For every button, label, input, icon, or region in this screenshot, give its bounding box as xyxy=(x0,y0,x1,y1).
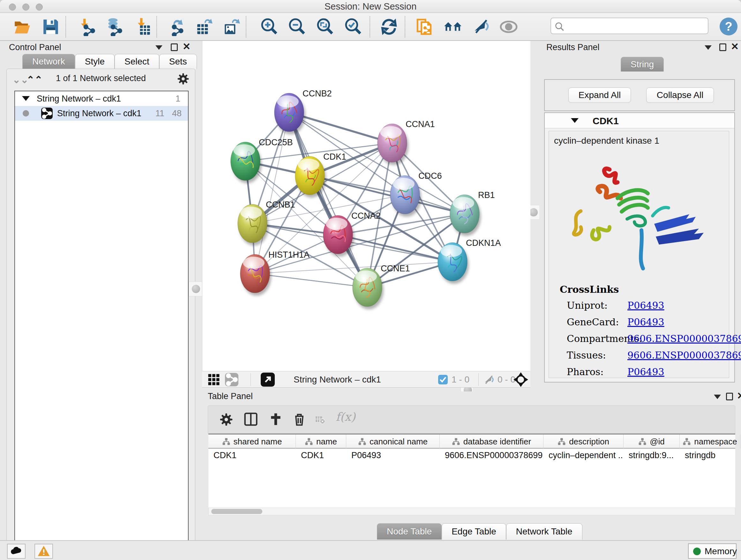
crosslink-link[interactable]: P06493 xyxy=(627,316,664,327)
zoom-out-icon[interactable] xyxy=(287,17,306,36)
panel-close-icon[interactable]: ✕ xyxy=(183,43,191,51)
panel-float-icon[interactable] xyxy=(726,393,733,400)
export-network-icon[interactable] xyxy=(168,17,187,36)
panel-menu-icon[interactable] xyxy=(155,45,162,50)
hide-selected-icon[interactable] xyxy=(471,17,490,36)
network-badge-icon[interactable] xyxy=(225,373,239,386)
table-horizontal-scrollbar[interactable] xyxy=(208,508,735,515)
birdseye-view-icon[interactable] xyxy=(261,373,275,387)
left-splitter-handle[interactable] xyxy=(189,282,203,296)
tab-network-table[interactable]: Network Table xyxy=(506,523,583,540)
network-node-CCNA1[interactable]: CCNA1 xyxy=(378,119,435,165)
pan-crosshair-icon[interactable] xyxy=(514,372,528,387)
main-toolbar: ? xyxy=(0,13,741,41)
crosslink-link[interactable]: 9606.ENSP00000378699 xyxy=(627,333,741,344)
network-view-toolbar: String Network – cdk1 1 - 0 0 - 0 xyxy=(202,371,530,388)
column-header-shared-name[interactable]: shared name xyxy=(208,435,296,449)
network-node-CDK1[interactable]: CDK1 xyxy=(295,152,346,198)
network-node-CCNB1[interactable]: CCNB1 xyxy=(238,200,295,246)
network-options-gear-icon[interactable] xyxy=(177,73,189,85)
network-canvas[interactable]: CCNB2CCNA1CDC25BCDK1CDC6RB1CCNB1CCNA2CDK… xyxy=(202,41,530,371)
panel-float-icon[interactable] xyxy=(719,44,726,51)
refresh-icon[interactable] xyxy=(380,17,398,36)
network-node-CDC6[interactable]: CDC6 xyxy=(390,171,442,217)
crosslink-link[interactable]: P06493 xyxy=(627,300,664,311)
collapse-all-button[interactable]: Collapse All xyxy=(646,87,714,103)
zoom-fit-icon[interactable] xyxy=(316,17,334,36)
network-node-CCNB2[interactable]: CCNB2 xyxy=(274,89,332,134)
export-image-icon[interactable] xyxy=(223,17,241,36)
hidden-eye-icon[interactable] xyxy=(483,374,494,386)
collection-count: 1 xyxy=(176,94,180,104)
table-cell[interactable]: 9606.ENSP00000378699 xyxy=(440,449,543,462)
table-cell[interactable]: stringdb xyxy=(680,449,740,462)
tab-string[interactable]: String xyxy=(621,57,664,71)
memory-button[interactable]: Memory xyxy=(688,543,737,559)
zoom-in-icon[interactable] xyxy=(260,17,278,36)
table-cell[interactable]: CDK1 xyxy=(296,449,346,462)
tab-node-table[interactable]: Node Table xyxy=(377,523,442,540)
help-button[interactable]: ? xyxy=(720,17,738,36)
selected-nodes-checkbox[interactable] xyxy=(438,375,448,384)
network-node-HIST1H1A[interactable]: HIST1H1A xyxy=(240,250,310,296)
panel-menu-icon[interactable] xyxy=(714,395,721,399)
column-header-name[interactable]: name xyxy=(296,435,346,449)
show-columns-icon[interactable] xyxy=(244,412,258,426)
search-input[interactable] xyxy=(566,19,704,32)
gene-collapse-icon[interactable] xyxy=(571,118,579,123)
delete-column-icon[interactable] xyxy=(292,412,307,426)
import-network-from-file-icon[interactable] xyxy=(77,17,96,36)
home-gallery-icon[interactable] xyxy=(444,17,462,36)
import-table-from-file-icon[interactable] xyxy=(133,17,152,36)
table-cell[interactable]: P06493 xyxy=(346,449,440,462)
network-node-RB1[interactable]: RB1 xyxy=(450,190,495,236)
scrollbar-thumb[interactable] xyxy=(211,509,262,514)
table-cell[interactable]: CDK1 xyxy=(208,449,296,462)
column-header-description[interactable]: description xyxy=(543,435,623,449)
tab-select[interactable]: Select xyxy=(115,54,159,69)
collection-expand-icon[interactable] xyxy=(22,96,30,101)
network-edge[interactable] xyxy=(255,273,367,287)
network-node-CCNA2[interactable]: CCNA2 xyxy=(323,211,381,257)
cloud-status-button[interactable] xyxy=(7,544,25,559)
network-row[interactable]: String Network – cdk1 11 48 xyxy=(15,106,188,121)
zoom-selected-icon[interactable] xyxy=(344,17,362,36)
column-header-canonical-name[interactable]: canonical name xyxy=(346,435,440,449)
panel-close-icon[interactable]: ✕ xyxy=(737,392,741,400)
network-node-CCNE1[interactable]: CCNE1 xyxy=(353,264,410,309)
network-collection-row[interactable]: String Network – cdk1 1 xyxy=(15,91,188,106)
crosslink-link[interactable]: P06493 xyxy=(627,366,664,377)
crosslink-link[interactable]: 9606.ENSP00000378699 xyxy=(627,350,741,361)
open-session-icon[interactable] xyxy=(13,17,31,36)
table-cell[interactable]: cyclin–dependent ... xyxy=(543,449,623,462)
column-header--id[interactable]: @id xyxy=(623,435,680,449)
network-node-CDC25B[interactable]: CDC25B xyxy=(231,138,293,183)
column-header-namespace[interactable]: namespace xyxy=(680,435,740,449)
grid-view-icon[interactable] xyxy=(208,374,220,386)
create-column-icon[interactable] xyxy=(269,412,283,426)
network-edge[interactable] xyxy=(289,112,367,287)
table-options-gear-icon[interactable] xyxy=(219,413,233,426)
column-header-database-identifier[interactable]: database identifier xyxy=(440,435,543,449)
network-node-CDKN1A[interactable]: CDKN1A xyxy=(438,238,501,284)
cloud-icon xyxy=(8,544,25,558)
expand-all-button[interactable]: Expand All xyxy=(568,87,631,103)
save-session-icon[interactable] xyxy=(42,17,60,36)
network-edge[interactable] xyxy=(255,112,289,273)
export-table-icon[interactable] xyxy=(195,17,214,36)
warning-status-button[interactable] xyxy=(35,544,53,559)
table-cell[interactable]: stringdb:9... xyxy=(623,449,680,462)
show-all-icon[interactable] xyxy=(499,17,518,36)
panel-menu-icon[interactable] xyxy=(704,45,712,50)
annotation-icon[interactable] xyxy=(415,17,434,36)
tab-style[interactable]: Style xyxy=(75,54,115,69)
gene-section-header[interactable]: CDK1 xyxy=(545,113,734,128)
tab-network[interactable]: Network xyxy=(22,54,75,69)
network-edge[interactable] xyxy=(338,235,453,262)
import-network-from-database-icon[interactable] xyxy=(105,17,123,36)
tab-sets[interactable]: Sets xyxy=(159,54,197,69)
panel-close-icon[interactable]: ✕ xyxy=(731,43,739,51)
panel-float-icon[interactable] xyxy=(171,44,178,51)
crosslink-label: Uniprot: xyxy=(567,300,608,311)
tab-edge-table[interactable]: Edge Table xyxy=(442,523,506,540)
